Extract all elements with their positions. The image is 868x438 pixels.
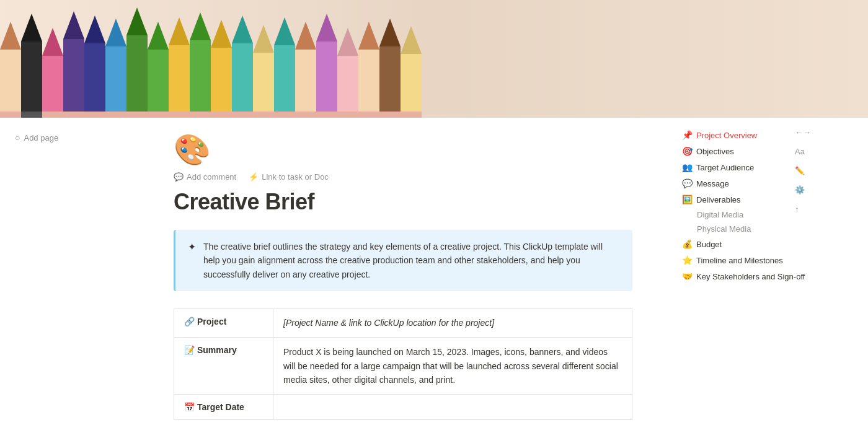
toc-item-label: Target Audience bbox=[696, 163, 754, 172]
pencil bbox=[0, 22, 21, 118]
comment-icon: 💬 bbox=[174, 172, 184, 182]
table-value-cell[interactable]: [Project Name & link to ClickUp location… bbox=[273, 309, 632, 338]
toc-sub-item-digital-media[interactable]: Digital Media bbox=[692, 208, 811, 221]
pencil bbox=[253, 25, 274, 118]
pencil bbox=[232, 15, 253, 118]
toc-item-key-stakeholders-and-sign-off[interactable]: 🤝Key Stakeholders and Sign-off bbox=[677, 269, 811, 284]
link-to-task-label: Link to task or Doc bbox=[262, 172, 329, 182]
font-button[interactable]: Aa bbox=[795, 147, 811, 156]
info-box: ✦ The creative brief outlines the strate… bbox=[174, 230, 632, 291]
pencil bbox=[316, 14, 337, 118]
toc-item-emoji: 🎯 bbox=[682, 146, 693, 156]
toc-item-timeline-and-milestones[interactable]: ⭐Timeline and Milestones bbox=[677, 253, 811, 268]
pencil bbox=[42, 28, 63, 118]
table-row: 🔗 Project[Project Name & link to ClickUp… bbox=[174, 309, 632, 338]
pencil bbox=[63, 11, 84, 118]
info-box-icon: ✦ bbox=[188, 241, 196, 253]
toolbar: 💬 Add comment ⚡ Link to task or Doc bbox=[174, 172, 632, 182]
pencil bbox=[379, 19, 401, 118]
content-area: 🎨 💬 Add comment ⚡ Link to task or Doc Cr… bbox=[136, 118, 670, 438]
table-value-cell[interactable]: Product X is being launched on March 15,… bbox=[273, 338, 632, 395]
add-comment-label: Add comment bbox=[187, 172, 236, 182]
pencil bbox=[401, 26, 422, 118]
toc-item-deliverables[interactable]: 🖼️Deliverables bbox=[677, 192, 811, 207]
pencil bbox=[274, 17, 295, 118]
toc-item-emoji: 🤝 bbox=[682, 271, 693, 281]
toc-item-label: Key Stakeholders and Sign-off bbox=[696, 272, 805, 281]
pencil bbox=[126, 7, 148, 118]
project-info-table: 🔗 Project[Project Name & link to ClickUp… bbox=[174, 309, 632, 420]
table-row: 📅 Target Date bbox=[174, 395, 632, 420]
link-to-task-button[interactable]: ⚡ Link to task or Doc bbox=[249, 172, 329, 182]
table-row: 📝 SummaryProduct X is being launched on … bbox=[174, 338, 632, 395]
share-icon-button[interactable]: ↑ bbox=[795, 204, 811, 214]
add-page-icon: ○ bbox=[15, 133, 20, 142]
toc-sub-item-physical-media[interactable]: Physical Media bbox=[692, 222, 811, 235]
pencil bbox=[148, 22, 169, 118]
pencil bbox=[169, 17, 190, 118]
table-value-cell[interactable] bbox=[273, 395, 632, 420]
settings-icon-button[interactable]: ⚙️ bbox=[795, 185, 811, 195]
toc-item-label: Deliverables bbox=[696, 195, 741, 204]
toc-item-label: Budget bbox=[696, 240, 722, 249]
collapse-sidebar-button[interactable]: ←→ bbox=[795, 128, 811, 137]
add-page-button[interactable]: ○ Add page bbox=[10, 130, 126, 145]
link-icon: ⚡ bbox=[249, 172, 259, 182]
add-comment-button[interactable]: 💬 Add comment bbox=[174, 172, 236, 182]
pencil bbox=[337, 28, 358, 118]
pencil bbox=[84, 15, 105, 118]
toc-item-label: Timeline and Milestones bbox=[696, 256, 783, 265]
edit-icon-button[interactable]: ✏️ bbox=[795, 166, 811, 175]
toc-item-project-overview[interactable]: 📌Project Overview bbox=[677, 128, 811, 142]
table-label-cell: 📅 Target Date bbox=[174, 395, 273, 420]
hero-banner bbox=[0, 0, 868, 118]
pencil bbox=[21, 14, 42, 118]
toc-item-target-audience[interactable]: 👥Target Audience bbox=[677, 160, 811, 175]
pencil bbox=[358, 22, 379, 118]
sidebar-controls: ←→ Aa ✏️ ⚙️ ↑ bbox=[795, 128, 811, 214]
table-label-cell: 📝 Summary bbox=[174, 338, 273, 395]
info-box-text: The creative brief outlines the strategy… bbox=[203, 240, 620, 281]
toc-item-emoji: 🖼️ bbox=[682, 195, 693, 204]
pencil bbox=[190, 12, 211, 118]
toc-item-label: Message bbox=[696, 179, 729, 188]
toc-item-objectives[interactable]: 🎯Objectives bbox=[677, 144, 811, 159]
toc-item-label: Project Overview bbox=[696, 131, 757, 140]
pencil bbox=[295, 22, 316, 118]
toc-item-emoji: 📌 bbox=[682, 130, 693, 140]
page-title: Creative Brief bbox=[174, 189, 632, 215]
pencil bbox=[211, 20, 232, 118]
toc-item-emoji: 💬 bbox=[682, 178, 693, 188]
page-icon[interactable]: 🎨 bbox=[174, 133, 632, 167]
toc-item-message[interactable]: 💬Message bbox=[677, 176, 811, 191]
toc-item-label: Objectives bbox=[696, 147, 734, 156]
toc-item-budget[interactable]: 💰Budget bbox=[677, 237, 811, 252]
toc-item-emoji: 👥 bbox=[682, 162, 693, 172]
table-label-cell: 🔗 Project bbox=[174, 309, 273, 338]
toc-item-emoji: ⭐ bbox=[682, 255, 693, 265]
toc-item-emoji: 💰 bbox=[682, 239, 693, 249]
add-page-label: Add page bbox=[24, 133, 58, 142]
left-sidebar: ○ Add page bbox=[0, 118, 136, 438]
pencil bbox=[105, 19, 126, 118]
